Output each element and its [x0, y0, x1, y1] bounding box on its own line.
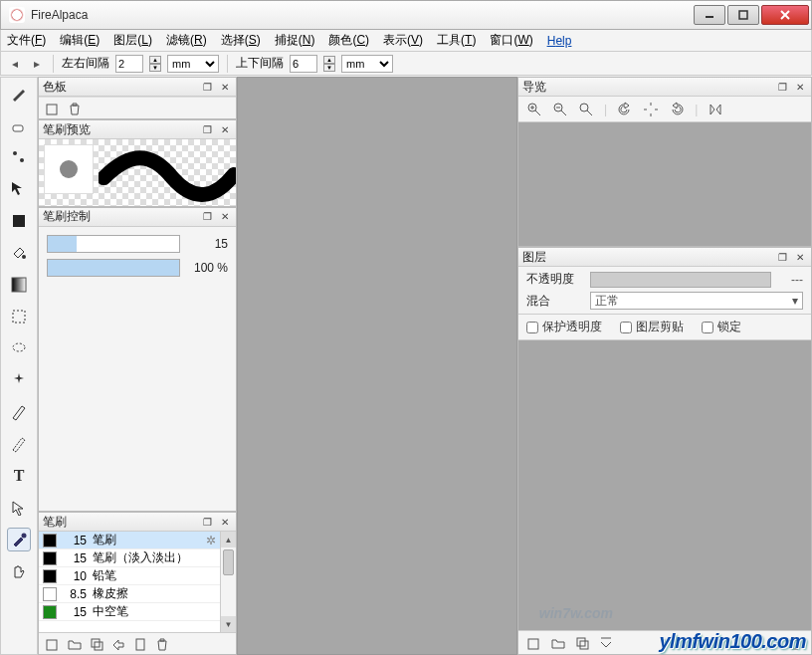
checkbox-lock-layer[interactable]: 锁定: [702, 319, 741, 335]
panel-color-title: 色板: [43, 79, 196, 96]
tool-select-rect[interactable]: [7, 305, 31, 328]
new-folder-icon[interactable]: [67, 636, 83, 652]
menu-help[interactable]: Help: [547, 34, 572, 48]
menu-filter[interactable]: 滤镜(R): [166, 32, 207, 49]
rotate-left-icon[interactable]: [617, 102, 633, 117]
prev-button[interactable]: ◂: [7, 55, 23, 73]
layer-opacity-slider[interactable]: [590, 272, 771, 288]
unit-lr-select[interactable]: mm: [167, 55, 219, 73]
svg-rect-4: [13, 125, 23, 131]
unit-tb-select[interactable]: mm: [341, 55, 393, 73]
close-panel-icon[interactable]: ✕: [218, 210, 232, 224]
tool-eyedropper[interactable]: [7, 528, 31, 551]
input-tb-spacing[interactable]: [290, 55, 317, 73]
maximize-button[interactable]: [727, 5, 759, 25]
minimize-button[interactable]: [694, 5, 725, 25]
import-icon[interactable]: [110, 636, 126, 652]
tool-dots[interactable]: [7, 145, 31, 169]
panel-layers-title: 图层: [522, 249, 771, 266]
rotate-right-icon[interactable]: [669, 102, 685, 117]
doc-icon[interactable]: [132, 636, 148, 652]
brush-list-item[interactable]: 8.5 橡皮擦: [39, 585, 220, 603]
menu-color[interactable]: 颜色(C): [328, 32, 369, 49]
close-panel-icon[interactable]: ✕: [218, 80, 232, 94]
menu-layer[interactable]: 图层(L): [113, 32, 152, 49]
menu-window[interactable]: 窗口(W): [490, 32, 532, 49]
tool-text[interactable]: T: [7, 464, 31, 488]
restore-icon[interactable]: ❐: [200, 210, 214, 224]
brush-list-item[interactable]: 15 中空笔: [39, 603, 220, 621]
tool-fill[interactable]: [7, 209, 31, 233]
tool-wand[interactable]: [7, 368, 31, 392]
brush-item-size: 8.5: [63, 587, 87, 601]
blend-mode-select[interactable]: 正常▾: [590, 292, 803, 310]
menu-view[interactable]: 表示(V): [383, 32, 423, 49]
checkbox-protect-alpha[interactable]: 保护透明度: [526, 319, 602, 335]
tool-lasso[interactable]: [7, 336, 31, 360]
tool-bucket[interactable]: [7, 241, 31, 265]
tool-hand[interactable]: [7, 559, 31, 583]
new-layer-folder-icon[interactable]: [550, 635, 566, 651]
add-brush-icon[interactable]: [45, 636, 61, 652]
new-layer-icon[interactable]: [526, 635, 542, 651]
duplicate-icon[interactable]: [89, 636, 104, 652]
add-swatch-icon[interactable]: [45, 101, 61, 116]
checkbox-clip-layer[interactable]: 图层剪贴: [620, 319, 684, 335]
panel-brush-preview: 笔刷预览 ❐ ✕: [38, 119, 237, 207]
brush-size-slider[interactable]: [47, 235, 180, 253]
tool-gradient[interactable]: [7, 273, 31, 297]
brush-list-scrollbar[interactable]: ▲ ▼: [220, 532, 236, 632]
restore-icon[interactable]: ❐: [200, 122, 214, 136]
duplicate-layer-icon[interactable]: [574, 635, 590, 651]
next-button[interactable]: ▸: [29, 55, 45, 73]
menu-tool[interactable]: 工具(T): [437, 32, 476, 49]
tool-move[interactable]: [7, 177, 31, 201]
scroll-down-icon[interactable]: ▼: [221, 616, 236, 632]
restore-icon[interactable]: ❐: [200, 515, 214, 529]
merge-layer-icon[interactable]: [598, 635, 614, 651]
tool-pointer[interactable]: [7, 496, 31, 520]
input-lr-spacing[interactable]: [115, 55, 143, 73]
brush-list-item[interactable]: 10 铅笔: [39, 567, 220, 585]
menu-file[interactable]: 文件(F): [7, 32, 46, 49]
close-panel-icon[interactable]: ✕: [793, 250, 807, 264]
spinner-tb[interactable]: ▲▼: [323, 56, 335, 72]
restore-icon[interactable]: ❐: [775, 250, 789, 264]
close-button[interactable]: [761, 5, 809, 25]
menu-select[interactable]: 选择(S): [221, 32, 261, 49]
brush-opacity-value: 100 %: [186, 261, 228, 275]
menu-bar: 文件(F) 编辑(E) 图层(L) 滤镜(R) 选择(S) 捕捉(N) 颜色(C…: [0, 30, 812, 52]
gear-icon[interactable]: ✲: [206, 534, 216, 547]
svg-rect-31: [528, 639, 538, 649]
blend-label: 混合: [526, 293, 582, 310]
menu-snap[interactable]: 捕捉(N): [275, 32, 315, 49]
close-panel-icon[interactable]: ✕: [218, 122, 232, 136]
delete-swatch-icon[interactable]: [67, 101, 83, 116]
canvas-area[interactable]: [237, 77, 517, 655]
brush-list-item[interactable]: 15 笔刷（淡入淡出）: [39, 549, 220, 567]
restore-icon[interactable]: ❐: [775, 80, 789, 94]
layer-list[interactable]: [518, 340, 811, 630]
menu-edit[interactable]: 编辑(E): [60, 32, 100, 49]
delete-brush-icon[interactable]: [154, 636, 170, 652]
zoom-fit-icon[interactable]: [578, 102, 594, 117]
zoom-out-icon[interactable]: [552, 102, 568, 117]
navigator-preview[interactable]: [518, 122, 811, 246]
brush-list-item[interactable]: 15 笔刷 ✲: [39, 532, 220, 549]
brush-swatch-icon: [43, 587, 57, 601]
tool-selectpen[interactable]: [7, 432, 31, 456]
tool-pen[interactable]: [7, 400, 31, 424]
restore-icon[interactable]: ❐: [200, 80, 214, 94]
spinner-lr[interactable]: ▲▼: [149, 56, 161, 72]
rotate-reset-icon[interactable]: [643, 102, 659, 117]
zoom-in-icon[interactable]: [526, 102, 542, 117]
svg-rect-7: [13, 215, 25, 227]
flip-icon[interactable]: [708, 102, 723, 117]
close-panel-icon[interactable]: ✕: [218, 515, 232, 529]
close-panel-icon[interactable]: ✕: [793, 80, 807, 94]
tool-brush[interactable]: [7, 82, 31, 106]
brush-opacity-slider[interactable]: [47, 259, 180, 277]
tool-eraser[interactable]: [7, 113, 31, 137]
scroll-up-icon[interactable]: ▲: [221, 532, 236, 547]
opacity-label: 不透明度: [526, 271, 582, 288]
